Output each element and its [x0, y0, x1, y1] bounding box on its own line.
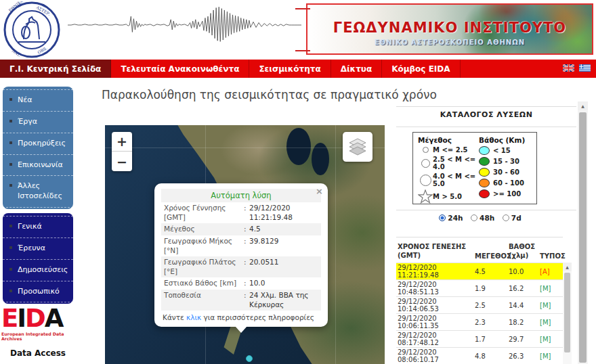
type-badge: [M]	[540, 336, 563, 343]
type-badge: [A]	[540, 268, 563, 275]
more-info-link[interactable]: κλικ	[186, 313, 201, 321]
map-layers-control[interactable]	[343, 132, 372, 162]
star-icon	[418, 189, 433, 204]
eida-logo-letters: EIDA	[1, 306, 74, 331]
legend-item: >= 100	[479, 189, 532, 198]
table-row[interactable]: 29/12/2020 10:48:51.131.916.2[M]	[396, 279, 563, 296]
legend-magnitude-column: Μέγεθος M <= 2.5 2.5 < M <= 4.0 4.0 < M …	[418, 136, 479, 200]
popup-row-depth: Εστιακό Βάθος [km]:10.0	[161, 277, 321, 290]
popup-row-location: Τοποθεσία:24 Χλμ. ΒΒΑ της Κέρκυρας	[161, 290, 321, 311]
sidebar-item-publications[interactable]: Δημοσιεύσεις	[3, 259, 73, 281]
main-nav: Γ.Ι. Κεντρική Σελίδα Τελευταία Ανακοινωθ…	[0, 60, 596, 78]
earthquake-popup: × Αυτόματη λύση Χρόνος Γέννησης [GMT]:29…	[154, 183, 328, 327]
table-header-row: ΧΡΟΝΟΣ ΓΕΝΕΣΗΣ (GMT) ΜΕΓΕΘΟΣ ΒΑΘΟΣ (χλμ)…	[396, 240, 563, 263]
divider	[396, 106, 576, 107]
divider	[396, 237, 563, 237]
map-lake	[286, 128, 311, 165]
popup-row-latitude: Γεωγραφικό Πλάτος [°E]:20.0511	[161, 256, 321, 277]
scroll-up-icon[interactable]: ▲	[578, 101, 588, 110]
sidebar-item-general[interactable]: Γενικά	[3, 216, 73, 237]
nav-item-home[interactable]: Γ.Ι. Κεντρική Σελίδα	[0, 60, 111, 78]
sidebar-item-calls[interactable]: Προκηρύξεις	[3, 133, 73, 154]
page-title: Παρακολούθηση της σεισμικότητας σε πραγμ…	[102, 88, 437, 101]
legend-depth-column: Βάθος (Km) < 15 15 - 30 30 - 60 60 - 100…	[479, 136, 532, 200]
circle-medium-icon	[421, 159, 430, 168]
legend-item: < 15	[479, 146, 532, 155]
sidebar-general: Νέα Έργα Προκηρύξεις Επικοινωνία Άλλες Ι…	[3, 87, 73, 209]
earthquake-marker-small[interactable]	[246, 355, 253, 362]
bullet-icon	[9, 268, 12, 271]
institute-subtitle: ΕΘΝΙΚΟ ΑΣΤΕΡΟΣΚΟΠΕΙΟ ΑΘΗΝΩΝ	[307, 39, 592, 46]
panel-title: ΚΑΤΑΛΟΓΟΣ ΛΥΣΕΩΝ	[396, 110, 576, 119]
sidebar-institute: Γενικά Έρευνα Δημοσιεύσεις Προσωπικό	[3, 213, 73, 304]
map-zoom-control: + −	[112, 132, 132, 171]
legend-item: 15 - 30	[479, 157, 532, 166]
map-legend: Μέγεθος M <= 2.5 2.5 < M <= 4.0 4.0 < M …	[412, 132, 537, 204]
table-row[interactable]: 29/12/2020 08:06:10.174.826.3[M]	[396, 347, 563, 364]
close-icon[interactable]: ×	[316, 186, 323, 196]
sidebar-item-personnel[interactable]: Προσωπικό	[3, 281, 73, 303]
bullet-icon	[9, 225, 12, 227]
sidebar-item-projects[interactable]: Έργα	[3, 111, 73, 133]
circle-small-icon	[423, 147, 429, 153]
solutions-panel: ΚΑΤΑΛΟΓΟΣ ΛΥΣΕΩΝ Μέγεθος M <= 2.5 2.5 < …	[396, 101, 576, 364]
table-scrollbar[interactable]: ▲	[563, 263, 572, 364]
legend-item: 2.5 < M <= 4.0	[418, 156, 479, 170]
bullet-icon	[9, 141, 12, 144]
radio-48h[interactable]	[471, 214, 477, 221]
eida-logo[interactable]: EIDA European Integrated Data Archives	[1, 306, 74, 341]
scrollbar-thumb[interactable]	[564, 273, 570, 352]
table-row[interactable]: 29/12/2020 08:17:48.121.729.7[M]	[396, 330, 563, 347]
seismogram-waveform	[68, 5, 301, 45]
nav-item-seismicity[interactable]: Σεισμικότητα	[249, 60, 331, 78]
table-row[interactable]: 29/12/2020 10:14:06.532.514.4[M]	[396, 296, 563, 313]
noa-observatory-seal: ΕΘΝΙΚΟΝ ΑΣΤΕΡ. NAT. OBS.	[3, 1, 60, 58]
nav-item-announcements[interactable]: Τελευταία Ανακοινωθέντα	[111, 60, 249, 78]
type-badge: [M]	[540, 352, 563, 360]
eida-logo-subtitle: European Integrated Data Archives	[1, 332, 74, 341]
bullet-icon	[9, 163, 12, 166]
radio-7d[interactable]	[503, 214, 509, 221]
sidebar-item-news[interactable]: Νέα	[3, 89, 73, 111]
nav-item-networks[interactable]: Δίκτυα	[331, 60, 383, 78]
uk-flag-icon[interactable]	[563, 64, 574, 72]
seismicity-map[interactable]: + − × Αυτόματη λύση Χρόνος Γέννησης [GMT…	[105, 125, 385, 364]
depth-dot-icon	[479, 168, 490, 177]
table-row[interactable]: 29/12/2020 11:21:19.484.510.0[A]	[396, 263, 563, 279]
scrollbar-thumb[interactable]	[579, 112, 587, 363]
popup-row-magnitude: Μέγεθος:4.5	[161, 223, 321, 235]
sidebar-item-research[interactable]: Έρευνα	[3, 237, 73, 259]
depth-dot-icon	[479, 157, 490, 166]
panel-scrollbar[interactable]: ▲	[578, 101, 588, 364]
data-access-link[interactable]: Data Access	[3, 348, 73, 358]
sidebar-item-other-sites[interactable]: Άλλες Ιστοσελίδες	[3, 175, 73, 208]
scroll-up-icon[interactable]: ▲	[563, 263, 572, 271]
institute-title: ΓΕΩΔΥΝΑΜΙΚΟ ΙΝΣΤΙΤΟΥΤΟ	[307, 20, 592, 36]
popup-row-longitude: Γεωγραφικό Μήκος [°N]:39.8129	[161, 235, 321, 256]
type-badge: [M]	[540, 285, 563, 292]
sidebar-item-contact[interactable]: Επικοινωνία	[3, 154, 73, 176]
circle-large-icon	[420, 175, 431, 186]
legend-item: 30 - 60	[479, 168, 532, 177]
bullet-icon	[9, 246, 12, 249]
nav-item-eida-node[interactable]: Κόμβος EIDA	[382, 60, 460, 78]
legend-item: 60 - 100	[479, 179, 532, 187]
header: ΕΘΝΙΚΟΝ ΑΣΤΕΡ. NAT. OBS. ΓΕΩΔΥΝΑΜΙΚΟ ΙΝΣ…	[0, 0, 596, 60]
greece-flag-icon[interactable]	[579, 64, 591, 72]
legend-item: M > 5.0	[418, 189, 479, 204]
bullet-icon	[9, 98, 12, 101]
banner-decor-line	[295, 50, 310, 51]
table-row[interactable]: 29/12/2020 10:06:11.352.318.2[M]	[396, 313, 563, 330]
radio-24h[interactable]	[439, 214, 446, 221]
divider	[396, 127, 576, 127]
zoom-in-button[interactable]: +	[112, 132, 132, 152]
bullet-icon	[9, 290, 12, 292]
type-badge: [M]	[540, 319, 563, 326]
language-switch	[563, 64, 591, 72]
zoom-out-button[interactable]: −	[112, 152, 132, 171]
layers-icon	[348, 138, 367, 156]
bullet-icon	[9, 120, 12, 122]
bullet-icon	[9, 184, 12, 187]
divider	[396, 210, 576, 210]
legend-item: M <= 2.5	[418, 146, 479, 154]
